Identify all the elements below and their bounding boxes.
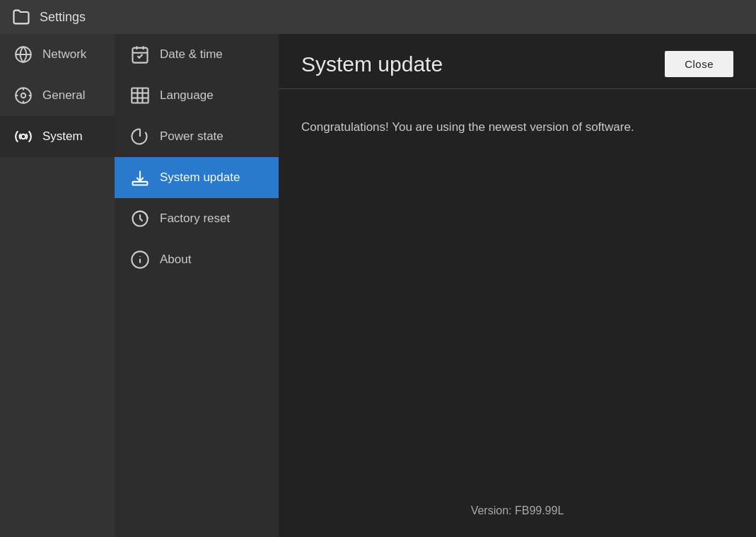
sidebar-item-network-label: Network [42,47,86,62]
version-info: Version: FB99.99L [279,504,756,517]
sidebar-item-power-state-label: Power state [160,129,223,144]
sidebar-item-language-label: Language [160,88,214,103]
content-body: Congratulations! You are using the newes… [279,89,756,537]
power-icon [130,127,150,146]
close-button[interactable]: Close [665,51,733,77]
content-header: System update Close [279,34,756,89]
sidebar-item-date-time-label: Date & time [160,47,223,62]
sidebar-item-factory-reset-label: Factory reset [160,212,230,226]
sidebar-item-network[interactable]: Network [0,34,115,75]
sidebar-item-about-label: About [160,253,191,267]
sidebar-primary: Network General System [0,34,115,537]
sidebar-item-power-state[interactable]: Power state [115,116,279,157]
sidebar-item-about[interactable]: About [115,239,279,280]
content-area: System update Close Congratulations! You… [279,34,756,537]
title-bar: Settings [0,0,756,34]
general-icon [14,86,33,105]
factory-reset-icon [130,209,150,229]
svg-point-3 [21,93,26,98]
sidebar-item-system-update[interactable]: System update [115,157,279,198]
content-title: System update [301,52,443,76]
app-title: Settings [40,10,86,25]
congratulations-message: Congratulations! You are using the newes… [301,117,733,137]
date-time-icon [130,45,150,64]
main-layout: Network General System [0,34,756,537]
system-icon [14,127,33,146]
sidebar-item-system[interactable]: System [0,116,115,157]
sidebar-item-general[interactable]: General [0,75,115,116]
system-update-icon [130,168,150,187]
sidebar-item-general-label: General [42,88,85,103]
sidebar-item-factory-reset[interactable]: Factory reset [115,198,279,239]
svg-rect-19 [133,182,148,185]
sidebar-item-date-time[interactable]: Date & time [115,34,279,75]
svg-point-8 [21,134,26,139]
sidebar-item-system-label: System [42,129,83,144]
about-icon [130,250,150,270]
sidebar-secondary: Date & time Language Power state [115,34,279,537]
sidebar-item-language[interactable]: Language [115,75,279,116]
svg-rect-13 [132,88,148,103]
network-icon [14,45,33,64]
sidebar-item-system-update-label: System update [160,171,240,185]
language-icon [130,86,150,105]
folder-icon [11,7,31,27]
svg-rect-9 [133,48,148,63]
